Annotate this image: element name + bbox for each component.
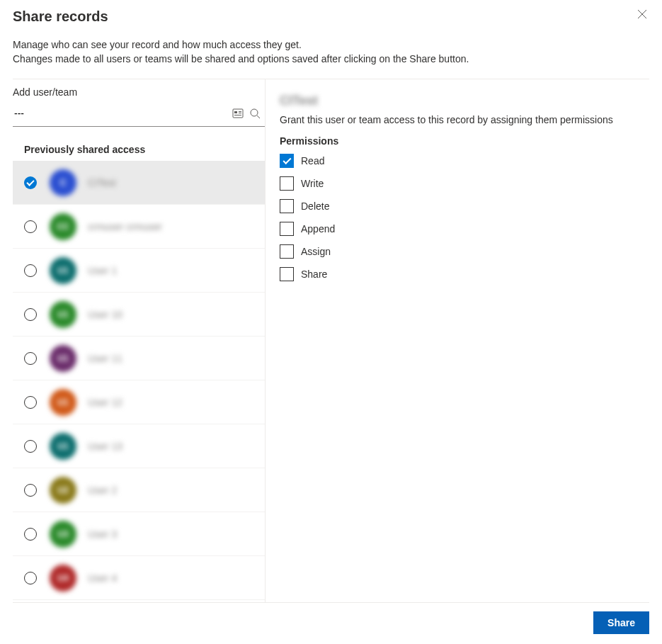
svg-rect-3 — [239, 113, 241, 113]
previously-shared-header: Previously shared access — [13, 132, 265, 161]
avatar: U1 — [50, 389, 76, 416]
share-button[interactable]: Share — [593, 611, 649, 634]
avatar: C — [50, 169, 76, 196]
search-input[interactable] — [13, 107, 229, 120]
add-user-label: Add user/team — [13, 79, 265, 102]
avatar: U3 — [50, 521, 76, 548]
list-item[interactable]: U1User 10 — [13, 293, 265, 337]
permissions-label: Permissions — [280, 135, 649, 147]
permission-share[interactable]: Share — [280, 267, 649, 281]
avatar: CC — [50, 213, 76, 240]
user-list[interactable]: CCITestCCcrmuser crmuserU1User 1U1User 1… — [13, 161, 265, 602]
radio-unchecked-icon[interactable] — [24, 352, 37, 365]
entry-name: User 12 — [88, 397, 122, 408]
dialog-body: Add user/team — [13, 79, 649, 602]
radio-unchecked-icon[interactable] — [24, 396, 37, 409]
dialog-title: Share records — [13, 7, 635, 25]
radio-unchecked-icon[interactable] — [24, 308, 37, 321]
search-button[interactable] — [246, 105, 263, 122]
radio-unchecked-icon[interactable] — [24, 440, 37, 453]
permission-delete[interactable]: Delete — [280, 199, 649, 213]
checkbox-icon[interactable] — [280, 199, 294, 213]
share-records-dialog: Share records Manage who can see your re… — [0, 0, 662, 644]
radio-checked-icon[interactable] — [24, 176, 37, 189]
svg-point-5 — [251, 109, 258, 116]
svg-rect-2 — [239, 111, 241, 112]
permission-read[interactable]: Read — [280, 154, 649, 168]
list-item[interactable]: U2User 2 — [13, 468, 265, 512]
entry-name: User 10 — [88, 309, 122, 320]
entry-name: crmuser crmuser — [88, 221, 162, 232]
permission-label: Write — [301, 178, 324, 189]
entry-name: User 11 — [88, 353, 122, 364]
svg-rect-1 — [234, 111, 237, 113]
radio-unchecked-icon[interactable] — [24, 572, 37, 584]
svg-rect-4 — [234, 115, 241, 115]
avatar: U1 — [50, 301, 76, 328]
dialog-footer: Share — [13, 602, 649, 644]
left-panel: Add user/team — [13, 79, 265, 602]
entry-name: User 13 — [88, 441, 122, 452]
search-icon — [249, 108, 261, 119]
avatar: U1 — [50, 345, 76, 372]
entry-name: User 1 — [88, 265, 117, 276]
list-item[interactable]: U1User 1 — [13, 249, 265, 293]
close-icon — [637, 9, 647, 19]
permission-write[interactable]: Write — [280, 176, 649, 191]
directory-icon — [232, 108, 244, 119]
radio-unchecked-icon[interactable] — [24, 220, 37, 233]
dialog-header: Share records — [13, 7, 649, 25]
list-item[interactable]: U1User 12 — [13, 380, 265, 424]
directory-button[interactable] — [229, 105, 246, 122]
search-row — [13, 102, 265, 127]
list-item[interactable]: U3User 3 — [13, 512, 265, 556]
checkbox-icon[interactable] — [280, 176, 294, 191]
permission-label: Share — [301, 269, 327, 280]
dialog-description: Manage who can see your record and how m… — [13, 38, 649, 66]
permission-label: Read — [301, 155, 324, 166]
svg-line-6 — [257, 115, 260, 118]
permission-assign[interactable]: Assign — [280, 244, 649, 259]
list-item[interactable]: CCcrmuser crmuser — [13, 205, 265, 249]
list-item[interactable]: CCITest — [13, 161, 265, 205]
checkbox-icon[interactable] — [280, 222, 294, 236]
entry-name: CITest — [88, 177, 116, 188]
close-button[interactable] — [635, 7, 649, 21]
radio-unchecked-icon[interactable] — [24, 264, 37, 277]
entry-name: User 3 — [88, 529, 117, 540]
avatar: U1 — [50, 257, 76, 284]
permission-label: Delete — [301, 200, 329, 212]
checkbox-icon[interactable] — [280, 154, 294, 168]
description-line-2: Changes made to all users or teams will … — [13, 52, 649, 66]
avatar: U2 — [50, 477, 76, 504]
list-item[interactable]: U4User 4 — [13, 556, 265, 600]
entry-name: User 4 — [88, 572, 117, 584]
permission-label: Append — [301, 223, 335, 235]
selected-entry-name: CITest — [280, 94, 649, 108]
list-item[interactable]: U1User 13 — [13, 424, 265, 468]
avatar: U1 — [50, 433, 76, 460]
permissions-list: ReadWriteDeleteAppendAssignShare — [280, 154, 649, 281]
list-item[interactable]: U1User 11 — [13, 337, 265, 380]
entry-name: User 2 — [88, 485, 117, 496]
grant-description: Grant this user or team access to this r… — [280, 114, 649, 125]
radio-unchecked-icon[interactable] — [24, 528, 37, 541]
avatar: U4 — [50, 565, 76, 592]
permission-append[interactable]: Append — [280, 222, 649, 236]
right-panel: CITest Grant this user or team access to… — [266, 79, 649, 602]
checkbox-icon[interactable] — [280, 267, 294, 281]
radio-unchecked-icon[interactable] — [24, 484, 37, 497]
permission-label: Assign — [301, 246, 331, 257]
checkbox-icon[interactable] — [280, 244, 294, 259]
description-line-1: Manage who can see your record and how m… — [13, 38, 649, 52]
